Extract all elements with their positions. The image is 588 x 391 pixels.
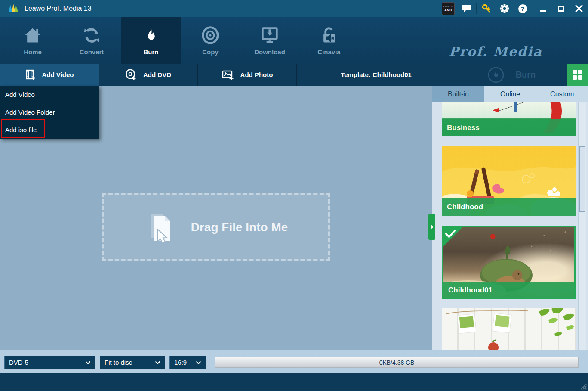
nav-tab-copy[interactable]: Copy bbox=[181, 17, 240, 64]
burn-toolbar: Add Video Add DVD Add Photo bbox=[0, 64, 588, 86]
template-item-partial[interactable] bbox=[442, 308, 576, 350]
add-dvd-button[interactable]: Add DVD bbox=[99, 64, 198, 86]
aspect-ratio-value: 16:9 bbox=[174, 359, 196, 366]
add-dvd-label: Add DVD bbox=[143, 71, 171, 78]
nav-label: Home bbox=[24, 48, 42, 56]
close-button[interactable] bbox=[570, 0, 588, 17]
menu-item-add-video[interactable]: Add Video bbox=[0, 86, 99, 103]
panel-scrollbar[interactable] bbox=[578, 102, 586, 350]
resize-grip[interactable] bbox=[579, 382, 587, 390]
template-name-band: Childhood bbox=[442, 198, 576, 216]
nav-tab-home[interactable]: Home bbox=[3, 17, 62, 64]
disc-format-value: DVD-5 bbox=[9, 359, 85, 366]
chevron-down-icon bbox=[85, 361, 91, 364]
bottom-settings-bar: DVD-5 Fit to disc 16:9 0KB/4.38 GB bbox=[0, 350, 588, 373]
add-video-dropdown-menu: Add Video Add Video Folder Add iso file bbox=[0, 86, 99, 139]
burn-action-label: Burn bbox=[516, 70, 536, 80]
nav-tab-download[interactable]: Download bbox=[240, 17, 299, 64]
status-bar bbox=[0, 373, 588, 391]
leawo-logo-icon bbox=[8, 3, 19, 14]
fit-mode-value: Fit to disc bbox=[105, 359, 155, 366]
nav-label: Copy bbox=[202, 48, 219, 56]
disc-capacity-bar: 0KB/4.38 GB bbox=[215, 357, 579, 368]
window-title: Leawo Prof. Media 13 bbox=[25, 0, 92, 17]
nav-label: Convert bbox=[80, 48, 104, 56]
tab-built-in[interactable]: Built-in bbox=[432, 86, 484, 102]
app-window: Leawo Prof. Media 13 RADEON AMD bbox=[0, 0, 588, 391]
tab-custom[interactable]: Custom bbox=[536, 86, 588, 102]
maximize-button[interactable] bbox=[552, 0, 570, 17]
drag-drop-zone[interactable]: Drag File Into Me bbox=[102, 193, 330, 261]
brand-script-logo: Prof. Media bbox=[444, 44, 547, 59]
nav-tab-convert[interactable]: Convert bbox=[62, 17, 121, 64]
dropzone-label: Drag File Into Me bbox=[191, 220, 288, 234]
checkmark-icon bbox=[445, 230, 456, 238]
menu-item-add-iso-file[interactable]: Add iso file bbox=[0, 121, 99, 139]
template-grid-button[interactable] bbox=[567, 64, 588, 86]
add-photo-label: Add Photo bbox=[240, 71, 273, 78]
panel-collapse-handle[interactable] bbox=[428, 214, 435, 240]
amd-badge-bottom: AMD bbox=[444, 8, 452, 12]
template-item-childhood01[interactable]: Childhood01 bbox=[442, 226, 576, 299]
cinavia-unlock-icon bbox=[319, 26, 339, 45]
flame-icon bbox=[141, 26, 161, 45]
grid-icon bbox=[573, 70, 582, 80]
capacity-text: 0KB/4.38 GB bbox=[379, 359, 415, 366]
minimize-button[interactable] bbox=[534, 0, 552, 17]
amd-badge-top: RADEON bbox=[443, 5, 453, 8]
fence-thumbnail-art bbox=[442, 308, 576, 350]
fit-mode-dropdown[interactable]: Fit to disc bbox=[100, 356, 165, 369]
nav-label: Cinavia bbox=[317, 48, 340, 56]
nav-label: Burn bbox=[144, 48, 159, 56]
template-item-business[interactable]: Business bbox=[442, 102, 576, 136]
register-key-icon[interactable] bbox=[477, 0, 496, 17]
help-icon[interactable]: ? bbox=[514, 0, 532, 17]
disc-format-dropdown[interactable]: DVD-5 bbox=[4, 356, 95, 369]
nav-label: Download bbox=[254, 48, 285, 56]
add-video-label: Add Video bbox=[42, 71, 74, 78]
arrow-right-icon bbox=[431, 224, 434, 230]
template-selector[interactable]: Template: Childhood01 bbox=[297, 64, 456, 86]
titlebar-separator bbox=[533, 3, 533, 14]
template-tabs: Built-in Online Custom bbox=[432, 86, 588, 102]
add-photo-icon bbox=[222, 69, 234, 81]
tab-online[interactable]: Online bbox=[484, 86, 536, 102]
template-name-band: Business bbox=[442, 119, 576, 136]
chevron-down-icon bbox=[155, 361, 160, 364]
template-item-childhood[interactable]: Childhood bbox=[442, 146, 576, 216]
disc-icon bbox=[200, 26, 220, 45]
add-photo-button[interactable]: Add Photo bbox=[198, 64, 297, 86]
titlebar-separator bbox=[476, 3, 477, 14]
add-dvd-icon bbox=[125, 69, 137, 81]
add-video-button[interactable]: Add Video bbox=[0, 64, 99, 86]
add-video-icon bbox=[25, 69, 36, 81]
titlebar: Leawo Prof. Media 13 RADEON AMD bbox=[0, 0, 588, 17]
main-nav: Home Convert Burn bbox=[0, 17, 588, 64]
chevron-down-icon bbox=[196, 361, 201, 364]
file-cursor-icon bbox=[145, 210, 173, 245]
settings-gear-icon[interactable] bbox=[496, 0, 514, 17]
template-name-band: Childhood01 bbox=[443, 282, 574, 298]
menu-item-add-video-folder[interactable]: Add Video Folder bbox=[0, 103, 99, 121]
amd-radeon-badge: RADEON AMD bbox=[439, 0, 457, 17]
template-label: Template: Childhood01 bbox=[341, 71, 412, 78]
burn-flame-circle-icon bbox=[487, 66, 505, 84]
nav-tab-cinavia[interactable]: Cinavia bbox=[299, 17, 359, 64]
home-icon bbox=[23, 26, 43, 45]
feedback-bubble-icon[interactable] bbox=[457, 0, 475, 17]
burn-action-button[interactable]: Burn bbox=[456, 64, 567, 86]
scrollbar-thumb[interactable] bbox=[579, 146, 585, 212]
aspect-ratio-dropdown[interactable]: 16:9 bbox=[169, 356, 206, 369]
download-icon bbox=[260, 26, 280, 45]
convert-icon bbox=[82, 26, 102, 45]
template-panel: Built-in Online Custom Business bbox=[432, 86, 588, 350]
nav-tab-burn[interactable]: Burn bbox=[121, 17, 181, 64]
